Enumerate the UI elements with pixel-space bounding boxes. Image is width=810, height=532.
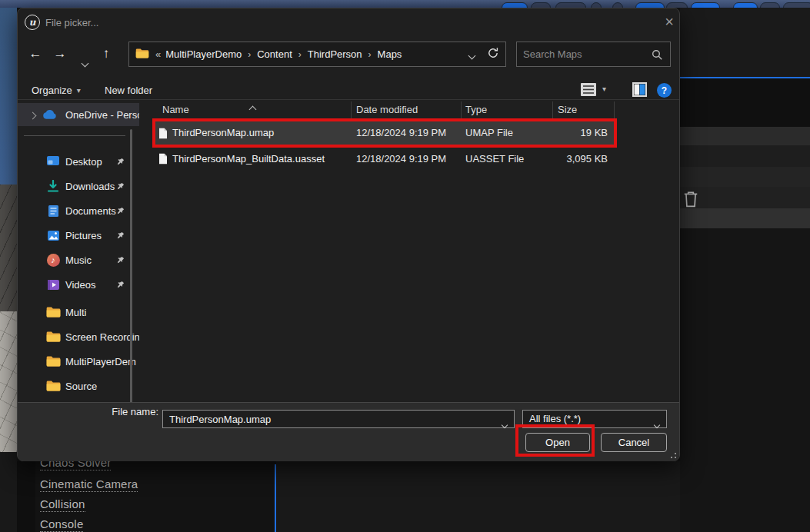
file-picker-dialog: u File picker... × ← → ↑ « MultiPlayerDe… (17, 8, 680, 461)
sidebar-item-screen-recordings[interactable]: Screen Recordin (18, 325, 139, 348)
back-icon[interactable]: ← (25, 42, 45, 66)
settings-link-cinematic-camera[interactable]: Cinematic Camera (40, 477, 138, 492)
panel-row (680, 187, 810, 208)
folder-icon (45, 329, 61, 344)
documents-icon (45, 203, 61, 218)
help-icon[interactable]: ? (657, 83, 672, 98)
breadcrumb-chevron-icon[interactable]: › (364, 49, 376, 60)
column-header-name[interactable]: Name (162, 100, 189, 120)
music-icon: ♪ (45, 252, 61, 268)
open-button[interactable]: Open (525, 433, 590, 452)
recent-locations-chevron-icon[interactable] (78, 42, 92, 66)
column-header-date-modified[interactable]: Date modified (356, 100, 418, 120)
breadcrumb-chevron-icon[interactable]: › (243, 49, 255, 60)
new-folder-button[interactable]: New folder (105, 81, 152, 99)
file-row-thirdpersonmap-builtdata-uasset[interactable]: ThirdPersonMap_BuiltData.uasset 12/18/20… (154, 149, 615, 169)
editor-details-panel (680, 8, 810, 532)
preview-pane-icon[interactable] (632, 82, 647, 100)
pin-icon[interactable] (115, 254, 125, 268)
breadcrumb-item[interactable]: Content (255, 48, 294, 60)
dialog-title: File picker... (45, 17, 98, 28)
sidebar-item-label: Desktop (65, 156, 102, 168)
downloads-icon (45, 178, 61, 194)
search-box (516, 42, 671, 67)
editor-top-toolbar (0, 0, 810, 8)
sidebar-item-label: Videos (65, 279, 96, 291)
breadcrumb-item[interactable]: Maps (376, 48, 404, 60)
unreal-engine-logo-icon: u (25, 15, 40, 30)
address-bar[interactable]: « MultiPlayerDemo › Content › ThirdPerso… (128, 42, 506, 67)
search-input[interactable] (523, 42, 646, 66)
settings-link-console[interactable]: Console (40, 517, 83, 532)
videos-icon (45, 277, 61, 292)
onedrive-cloud-icon (42, 107, 58, 122)
pin-icon[interactable] (115, 230, 125, 244)
panel-splitter-line (275, 464, 276, 532)
pictures-icon (45, 228, 61, 243)
editor-toolbar-button (531, 2, 551, 8)
organize-button[interactable]: Organize ▾ (32, 81, 81, 99)
file-name-dropdown-chevron-icon[interactable] (502, 417, 507, 431)
breadcrumb-overflow-chevrons[interactable]: « (155, 48, 161, 60)
sidebar-scrollbar[interactable] (130, 129, 132, 402)
folder-icon (45, 378, 61, 394)
breadcrumb-item[interactable]: ThirdPerson (306, 48, 364, 60)
viewport-edge (0, 8, 17, 532)
editor-toolbar-button (691, 2, 720, 8)
sidebar-item-label: MultiPlayerDem (65, 356, 136, 367)
sidebar-item-label: OneDrive - Perso (65, 109, 139, 121)
file-name-input[interactable] (169, 411, 492, 427)
folder-icon (45, 354, 61, 369)
file-row-thirdpersonmap-umap[interactable]: ThirdPersonMap.umap 12/18/2024 9:19 PM U… (154, 121, 615, 145)
breadcrumb-item[interactable]: MultiPlayerDemo (164, 48, 243, 60)
trash-icon[interactable] (683, 191, 698, 211)
sidebar-item-music[interactable]: ♪ Music (18, 248, 139, 271)
sidebar-divider (24, 135, 125, 136)
file-icon (158, 153, 168, 168)
resize-grip[interactable] (668, 450, 676, 458)
sidebar-item-label: Multi (65, 307, 86, 318)
close-icon[interactable]: × (661, 14, 678, 31)
settings-link-collision[interactable]: Collision (40, 497, 85, 512)
breadcrumb-chevron-icon[interactable]: › (294, 49, 306, 60)
view-options-caret-icon[interactable]: ▾ (602, 85, 606, 93)
expand-chevron-icon[interactable] (30, 108, 35, 121)
file-type-dropdown-chevron-icon (655, 417, 659, 431)
panel-row (680, 145, 810, 167)
folder-icon (45, 304, 61, 320)
sidebar-item-label: Music (65, 254, 92, 266)
address-dropdown-chevron-icon[interactable] (469, 48, 475, 62)
forward-icon[interactable]: → (50, 42, 70, 66)
sidebar-item-multiplayerdemo[interactable]: MultiPlayerDem (18, 350, 139, 373)
sidebar-item-downloads[interactable]: Downloads (18, 175, 139, 198)
pin-icon[interactable] (115, 181, 125, 195)
pin-icon[interactable] (115, 156, 125, 170)
file-list: Name Date modified Type Size ThirdPerson… (139, 100, 681, 402)
viewport-sky (0, 8, 17, 185)
pin-icon[interactable] (115, 279, 125, 293)
search-icon (652, 49, 663, 64)
refresh-icon[interactable] (487, 47, 499, 62)
sidebar-item-videos[interactable]: Videos (18, 273, 139, 296)
column-header-type[interactable]: Type (465, 100, 487, 120)
desktop-icon (45, 154, 61, 169)
sidebar-item-desktop[interactable]: Desktop (18, 150, 139, 173)
file-name-combo (162, 410, 515, 428)
editor-toolbar-button (635, 2, 665, 8)
file-type-select[interactable]: All files (*.*) (522, 410, 667, 428)
details-view-icon[interactable] (580, 82, 597, 100)
pin-icon[interactable] (115, 205, 125, 219)
cancel-button[interactable]: Cancel (601, 433, 667, 452)
editor-toolbar-button (502, 2, 528, 8)
sidebar-item-pictures[interactable]: Pictures (18, 224, 139, 247)
file-name-label: File name: (92, 406, 158, 417)
column-header-size[interactable]: Size (558, 100, 577, 120)
sidebar-item-source[interactable]: Source (18, 374, 139, 397)
sidebar-item-multi[interactable]: Multi (18, 301, 139, 324)
sidebar-item-documents[interactable]: Documents (18, 199, 139, 222)
organize-caret-icon: ▾ (77, 86, 81, 95)
editor-toolbar-button (733, 2, 758, 8)
panel-row (680, 167, 810, 187)
up-icon[interactable]: ↑ (96, 42, 116, 66)
sidebar-item-onedrive[interactable]: OneDrive - Perso (18, 103, 139, 126)
